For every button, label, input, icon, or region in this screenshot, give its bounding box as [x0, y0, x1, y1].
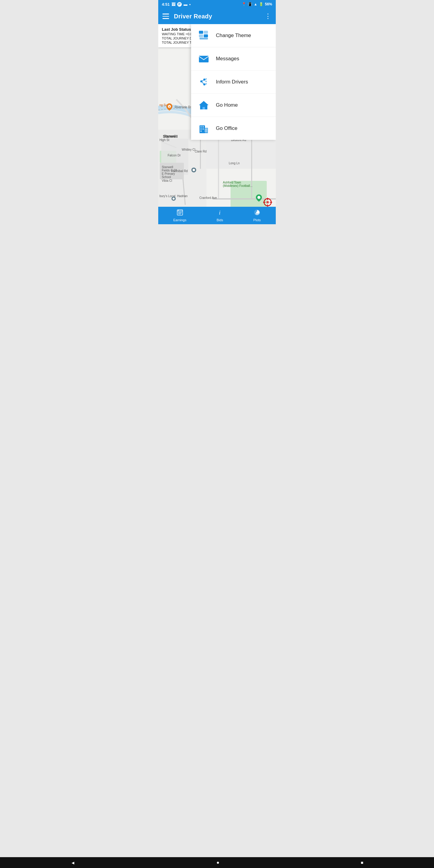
svg-text:i: i — [219, 210, 221, 216]
app-title: Driver Ready — [174, 13, 212, 20]
wifi-icon: ▲ — [254, 2, 257, 6]
svg-rect-67 — [206, 129, 207, 130]
parking-icon: P — [177, 2, 182, 7]
earnings-label: Earnings — [173, 218, 186, 222]
vibration-icon: 📳 — [248, 2, 252, 6]
svg-rect-70 — [177, 210, 183, 215]
svg-text:Y: Y — [168, 105, 170, 108]
more-options-button[interactable]: ⋮ — [265, 12, 272, 20]
plots-icon — [254, 209, 260, 217]
dropdown-menu: Change Theme Messages — [191, 24, 276, 140]
gallery-icon: 🖼 — [172, 2, 176, 7]
svg-rect-40 — [199, 31, 203, 34]
earnings-nav-item[interactable]: Earnings — [173, 209, 186, 222]
svg-rect-41 — [204, 31, 208, 34]
bids-nav-item[interactable]: i Bids — [216, 209, 223, 222]
messages-icon — [198, 53, 210, 65]
svg-line-49 — [202, 80, 204, 81]
restaurant-pin: Y — [166, 103, 173, 112]
location-crosshair[interactable] — [263, 198, 272, 208]
change-theme-label: Change Theme — [216, 33, 251, 38]
svg-point-47 — [204, 79, 206, 81]
battery-icon: 🔋 — [259, 2, 264, 6]
bids-label: Bids — [217, 218, 223, 222]
go-home-icon — [198, 99, 210, 111]
svg-point-28 — [193, 169, 195, 171]
svg-rect-63 — [200, 128, 202, 130]
bottom-nav: Earnings i Bids Plots — [158, 207, 276, 224]
status-time: 4:51 — [162, 2, 170, 7]
go-office-icon — [198, 122, 210, 134]
svg-rect-60 — [204, 128, 208, 133]
school-pin — [191, 167, 196, 175]
go-home-label: Go Home — [216, 102, 238, 108]
svg-point-33 — [257, 196, 260, 199]
status-left: 4:51 🖼 P ▬ • — [162, 2, 191, 7]
change-theme-icon — [198, 30, 210, 41]
svg-rect-66 — [205, 129, 206, 130]
inform-drivers-icon — [198, 76, 210, 88]
svg-rect-44 — [199, 38, 208, 39]
svg-rect-22 — [160, 163, 184, 179]
app-bar-left: Driver Ready — [162, 13, 212, 20]
svg-rect-61 — [200, 126, 202, 127]
status-right: 📍 📳 ▲ 🔋 56% — [242, 2, 272, 6]
go-office-label: Go Office — [216, 125, 238, 131]
messages-label: Messages — [216, 56, 239, 62]
battery-percent: 56% — [265, 2, 272, 6]
svg-rect-62 — [203, 126, 204, 127]
change-theme-item[interactable]: Change Theme — [191, 24, 276, 47]
bids-icon: i — [216, 209, 223, 217]
plots-nav-item[interactable]: Plots — [253, 209, 261, 222]
svg-rect-64 — [203, 128, 204, 130]
svg-rect-42 — [199, 34, 203, 37]
plots-label: Plots — [253, 218, 261, 222]
ashford-pin — [256, 194, 262, 203]
svg-line-50 — [202, 82, 204, 84]
go-office-item[interactable]: Go Office — [191, 117, 276, 140]
app-bar: Driver Ready ⋮ — [158, 8, 276, 24]
battery-small-icon: ▬ — [184, 2, 187, 7]
status-bar: 4:51 🖼 P ▬ • 📍 📳 ▲ 🔋 56% — [158, 0, 276, 8]
svg-point-32 — [173, 198, 175, 200]
go-home-item[interactable]: Go Home — [191, 94, 276, 117]
dot-icon: • — [189, 2, 191, 7]
svg-rect-68 — [205, 130, 206, 132]
svg-point-78 — [256, 212, 258, 213]
inform-drivers-label: Inform Drivers — [216, 79, 248, 85]
svg-rect-69 — [206, 130, 207, 132]
location-icon: 📍 — [242, 2, 246, 6]
svg-rect-65 — [200, 130, 202, 132]
inform-drivers-item[interactable]: Inform Drivers — [191, 70, 276, 94]
earnings-icon — [177, 209, 183, 217]
svg-rect-58 — [203, 107, 205, 110]
messages-item[interactable]: Messages — [191, 47, 276, 70]
svg-point-39 — [267, 201, 269, 204]
svg-rect-45 — [199, 56, 209, 62]
hamburger-menu[interactable] — [162, 13, 169, 19]
svg-rect-43 — [204, 34, 208, 37]
burys-pin — [171, 196, 176, 204]
main-content: HeathrowCargo Handling Gate Gourmet Sout… — [158, 24, 276, 218]
